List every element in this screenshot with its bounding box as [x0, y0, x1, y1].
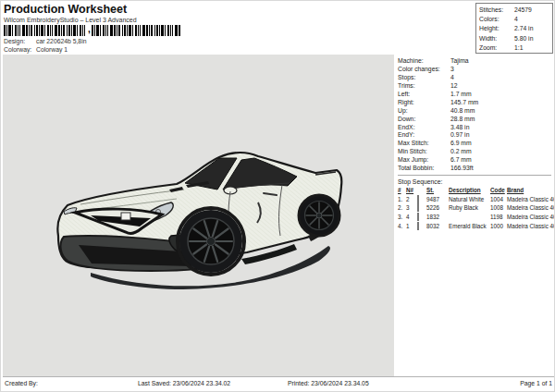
machine-info-value: 12 [450, 82, 458, 91]
stop-num: 1. [398, 195, 406, 204]
stop-sequence-title: Stop Sequence: [398, 178, 551, 186]
col-header-description: Description [449, 186, 490, 195]
machine-info-row: Trims: 12 [398, 82, 554, 91]
machine-info-value: 6.7 mm [450, 156, 472, 165]
machine-info-label: Max Jump: [398, 156, 428, 165]
stats-row: Width: 5.80 in [479, 34, 549, 43]
machine-info-row: Machine: Tajima [398, 57, 554, 66]
design-value: car 220624b 5,8in [36, 38, 86, 44]
created-by-label: Created By: [5, 380, 38, 386]
thread-color-swatch [417, 222, 419, 230]
thread-description [449, 213, 490, 222]
machine-info-row: Min Stitch: 0.2 mm [398, 148, 554, 156]
thread-description: Natural White [449, 195, 490, 204]
thread-code: 1004 [490, 195, 507, 204]
stop-num: 3. [398, 213, 406, 222]
machine-info-label: Total Bobbin: [398, 165, 434, 173]
machine-info-value: 166.93ft [450, 165, 474, 173]
col-header-st: St. [426, 186, 449, 195]
page-number: Page 1 of 1 [520, 380, 552, 386]
stats-label: Height: [479, 24, 500, 33]
machine-info-label: EndY: [398, 131, 414, 140]
machine-info-row: EndX: 3.48 in [398, 124, 554, 132]
machine-info-row: EndY: 0.97 in [398, 131, 554, 140]
machine-info-value: 40.8 mm [450, 107, 475, 116]
machine-info-row: Left: 1.7 mm [398, 91, 554, 99]
thread-st-number: 8032 [426, 222, 449, 231]
page-title: Production Worksheet [4, 3, 127, 16]
thread-brand: Madeira Classic 40 [507, 213, 555, 222]
machine-info-value: 4 [450, 74, 454, 82]
machine-info-value: 0.2 mm [450, 148, 472, 156]
machine-info-value: 3.48 in [450, 124, 469, 132]
machine-info-label: Min Stitch: [398, 148, 427, 156]
needle-num: 1 [406, 222, 417, 231]
machine-info-label: Color changes: [398, 66, 440, 74]
stats-label: Stitches: [479, 6, 503, 15]
machine-info-row: Right: 145.7 mm [398, 99, 554, 107]
machine-info-row: Up: 40.8 mm [398, 107, 554, 116]
barcode-segment [92, 25, 180, 36]
thread-st-number: 9487 [426, 195, 449, 204]
page-footer: Created By: Last Saved: 23/06/2024 23.34… [3, 376, 554, 392]
thread-brand: Madeira Classic 40 [507, 195, 555, 204]
design-canvas [3, 55, 394, 376]
col-header-swatch [417, 186, 426, 195]
machine-info-row: Max Stitch: 6.9 mm [398, 140, 554, 148]
machine-info-row: Color changes: 3 [398, 66, 554, 74]
machine-info-label: EndX: [398, 124, 415, 132]
stats-value: 4 [514, 15, 518, 24]
printed-label: Printed: 23/06/2024 23.34.05 [288, 380, 369, 386]
stats-label: Zoom: [479, 43, 497, 53]
machine-info-value: 145.7 mm [450, 99, 478, 107]
stats-value: 5.80 in [514, 34, 533, 43]
machine-info-value: 0.97 in [450, 131, 469, 140]
col-header-needle: N# [406, 186, 417, 195]
embroidery-car-design [3, 55, 394, 376]
machine-info-label: Max Stitch: [398, 140, 429, 148]
stats-row: Zoom: 1:1 [479, 43, 549, 53]
machine-info-row: Max Jump: 6.7 mm [398, 156, 554, 165]
machine-info-label: Right: [398, 99, 414, 107]
machine-info-value: 3 [450, 66, 454, 74]
machine-info-value: 28.8 mm [450, 116, 475, 124]
thread-color-swatch [417, 203, 419, 212]
stop-num: 4. [398, 222, 406, 231]
machine-info-value: 6.9 mm [450, 140, 472, 148]
car-emblem [121, 213, 130, 220]
stats-row: Height: 2.74 in [479, 24, 549, 33]
production-worksheet-page: Production Worksheet Wilcom EmbroiderySt… [0, 0, 555, 392]
needle-num: 3 [406, 203, 417, 213]
machine-info-label: Down: [398, 116, 415, 124]
machine-info-panel: Machine: Tajima Color changes: 3 Stops: … [394, 55, 554, 376]
machine-info-label: Machine: [398, 57, 424, 66]
machine-info-row: Total Bobbin: 166.93ft [398, 165, 554, 173]
design-stats-box: Stitches: 24579 Colors: 4 Height: 2.74 i… [475, 3, 553, 54]
thread-code: 1000 [490, 222, 507, 231]
stats-value: 2.74 in [514, 24, 533, 33]
car-rear-wheel [299, 195, 339, 236]
colorway-label: Colorway: [4, 46, 31, 53]
needle-num: 2 [406, 195, 417, 204]
machine-info-label: Trims: [398, 82, 415, 91]
col-header-brand: Brand [507, 186, 555, 195]
thread-description: Ruby Black [449, 203, 490, 213]
stats-label: Colors: [479, 15, 500, 24]
thread-description: Emerald Black [449, 222, 490, 231]
machine-info-label: Stops: [398, 74, 415, 82]
thread-st-number: 1832 [426, 213, 449, 222]
needle-num: 4 [406, 213, 417, 222]
last-saved-label: Last Saved: 23/06/2024 23.34.02 [138, 380, 230, 386]
stop-num: 2. [398, 203, 406, 213]
col-header-num: # [398, 186, 406, 195]
machine-info-row: Down: 28.8 mm [398, 116, 554, 124]
design-label: Design: [4, 38, 25, 44]
thread-brand: Madeira Classic 40 [507, 222, 555, 231]
stats-value: 1:1 [514, 43, 523, 53]
machine-info-label: Up: [398, 107, 408, 116]
colorway-value: Colorway 1 [36, 46, 68, 53]
machine-info-list: Machine: Tajima Color changes: 3 Stops: … [398, 57, 554, 173]
thread-code: 1198 [490, 213, 507, 222]
machine-info-value: 1.7 mm [450, 91, 472, 99]
colorway-row: Colorway: Colorway 1 [4, 46, 189, 55]
